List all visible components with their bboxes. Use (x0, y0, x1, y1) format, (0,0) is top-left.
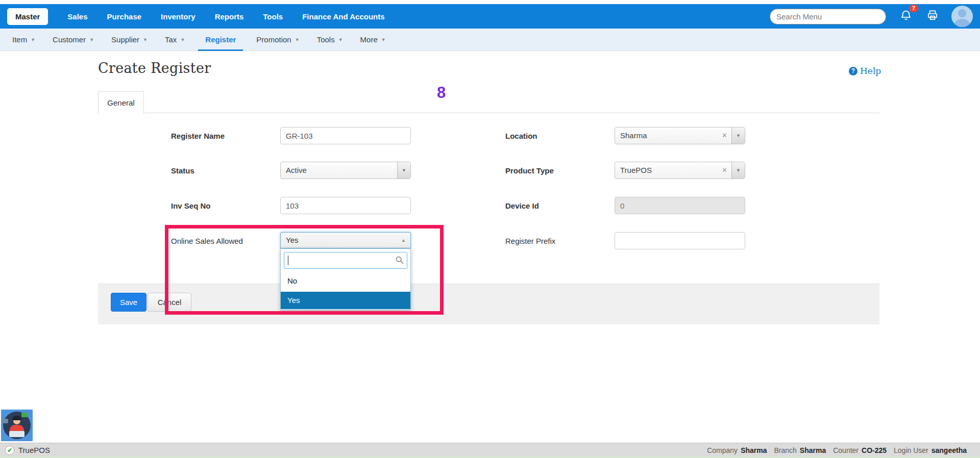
topnav-item-inventory[interactable]: Inventory (161, 12, 195, 21)
company-label: Company (707, 446, 738, 454)
online-sales-allowed-select[interactable]: Yes ▲ (280, 232, 411, 248)
chevron-down-icon[interactable]: ▼ (731, 128, 745, 144)
online-sales-allowed-dropdown: No Yes (280, 248, 411, 310)
subnav-item-tools[interactable]: Tools▼ (317, 29, 343, 51)
inv-seq-no-label: Inv Seq No (171, 201, 211, 210)
clear-icon[interactable]: ✕ (722, 132, 727, 139)
branch-value: Sharma (800, 446, 826, 454)
print-button[interactable] (926, 9, 939, 24)
online-sales-allowed-label: Online Sales Allowed (171, 237, 243, 245)
subnav-item-tax[interactable]: Tax▼ (165, 29, 185, 51)
cancel-button[interactable]: Cancel (148, 293, 191, 312)
chevron-down-icon[interactable]: ▼ (397, 162, 410, 179)
topnav-item-sales[interactable]: Sales (67, 12, 87, 21)
notification-count-badge: 7 (909, 5, 918, 12)
chevron-up-icon: ▲ (401, 238, 406, 243)
dropdown-option-yes[interactable]: Yes (281, 292, 410, 309)
status-select[interactable]: Active ▼ (280, 162, 411, 179)
location-select[interactable]: Sharma ✕ ▼ (615, 127, 745, 144)
chevron-down-icon: ▼ (143, 37, 148, 42)
tab-strip-divider (98, 113, 879, 113)
topnav-item-reports[interactable]: Reports (215, 12, 244, 21)
register-prefix-input[interactable] (615, 232, 745, 249)
chevron-down-icon: ▼ (180, 37, 185, 42)
printer-icon (926, 9, 939, 24)
subnav-item-item[interactable]: Item▼ (12, 29, 35, 51)
step-annotation-badge: 8 (437, 84, 446, 102)
subnav-item-supplier[interactable]: Supplier▼ (111, 29, 148, 51)
device-id-label: Device Id (505, 201, 539, 210)
top-navbar: Master Sales Purchase Inventory Reports … (0, 4, 980, 29)
login-user-label: Login User (894, 446, 928, 454)
subnav-item-register[interactable]: Register (202, 29, 239, 51)
statusbar-session-info: CompanySharma BranchSharma CounterCO-225… (707, 446, 971, 454)
chevron-down-icon[interactable]: ▼ (731, 162, 745, 179)
branch-label: Branch (774, 446, 796, 454)
chat-bubble-icon (21, 413, 28, 417)
check-icon: ✔ (5, 446, 14, 455)
chevron-down-icon: ▼ (381, 37, 386, 42)
support-chat-widget[interactable] (1, 410, 33, 441)
counter-value: CO-225 (862, 446, 887, 454)
statusbar-brand: TruePOS (18, 446, 50, 454)
register-name-label: Register Name (171, 132, 225, 140)
status-bar: ✔ TruePOS CompanySharma BranchSharma Cou… (0, 443, 980, 457)
chevron-down-icon: ▼ (338, 37, 343, 42)
notifications-button[interactable]: 7 (899, 9, 913, 24)
help-link[interactable]: ? Help (849, 66, 881, 76)
help-icon: ? (849, 67, 857, 75)
subnav-item-promotion[interactable]: Promotion▼ (256, 29, 299, 51)
save-button[interactable]: Save (111, 293, 146, 312)
topnav-item-finance-and-accounts[interactable]: Finance And Accounts (302, 12, 384, 21)
device-id-input (615, 197, 745, 214)
chevron-down-icon: ▼ (89, 37, 94, 42)
inv-seq-no-input[interactable] (280, 197, 411, 214)
product-type-label: Product Type (505, 166, 554, 175)
page-title: Create Register (98, 60, 211, 76)
topnav-item-tools[interactable]: Tools (263, 12, 283, 21)
topnav-item-master[interactable]: Master (7, 8, 48, 25)
dropdown-option-no[interactable]: No (281, 272, 410, 290)
dropdown-search-input[interactable] (284, 252, 407, 269)
subnav-item-more[interactable]: More▼ (360, 29, 386, 51)
user-avatar[interactable] (951, 6, 973, 27)
topnav-item-purchase[interactable]: Purchase (107, 12, 142, 21)
clear-icon[interactable]: ✕ (722, 166, 727, 174)
register-name-input[interactable] (280, 127, 411, 144)
chevron-down-icon: ▼ (295, 37, 300, 42)
chevron-down-icon: ▼ (31, 37, 35, 42)
company-value: Sharma (741, 446, 767, 454)
avatar-person-icon (958, 9, 966, 17)
product-type-select[interactable]: TruePOS ✕ ▼ (615, 162, 745, 179)
search-icon (395, 256, 404, 266)
tab-general[interactable]: General (98, 91, 144, 114)
status-label: Status (171, 166, 194, 175)
search-menu-input[interactable] (770, 9, 886, 24)
login-user-value: sangeetha (932, 446, 967, 454)
register-prefix-label: Register Prefix (505, 237, 555, 245)
form-footer-band (98, 284, 879, 324)
sub-navbar: Item▼ Customer▼ Supplier▼ Tax▼ Register … (0, 29, 980, 51)
top-strip (0, 0, 980, 4)
counter-label: Counter (833, 446, 859, 454)
chat-bubble-icon (2, 419, 8, 423)
location-label: Location (505, 132, 537, 140)
subnav-item-customer[interactable]: Customer▼ (53, 29, 94, 51)
text-cursor (288, 256, 288, 265)
